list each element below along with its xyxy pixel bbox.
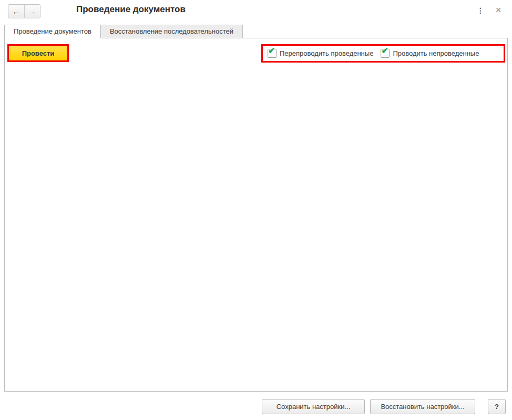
close-icon[interactable]: × <box>492 3 505 17</box>
more-menu-icon[interactable]: ⋮ <box>475 4 486 17</box>
tab-content-panel <box>4 38 508 392</box>
save-settings-button[interactable]: Сохранить настройки... <box>262 399 365 414</box>
toolbar-checkbox-0[interactable] <box>268 49 277 58</box>
help-button[interactable]: ? <box>488 399 506 414</box>
annotation-box-checkboxes: Перепроводить проведенныеПроводить непро… <box>261 44 505 63</box>
restore-settings-button[interactable]: Восстановить настройки... <box>370 399 475 414</box>
toolbar-checkbox-1[interactable] <box>381 49 390 58</box>
history-nav-group: ← → <box>8 4 40 18</box>
tab-bar: Проведение документовВосстановление посл… <box>4 25 243 38</box>
annotation-box-post-button: Провести <box>7 44 69 62</box>
tab-1[interactable]: Восстановление последовательностей <box>100 25 243 38</box>
tab-0[interactable]: Проведение документов <box>4 25 101 38</box>
post-button[interactable]: Провести <box>9 46 67 60</box>
forward-arrow-icon[interactable]: → <box>24 5 40 18</box>
back-arrow-icon[interactable]: ← <box>8 5 24 18</box>
page-title: Проведение документов <box>76 4 186 15</box>
toolbar-checkbox-label-1[interactable]: Проводить непроведенные <box>393 49 479 57</box>
toolbar-checkbox-label-0[interactable]: Перепроводить проведенные <box>280 49 373 57</box>
